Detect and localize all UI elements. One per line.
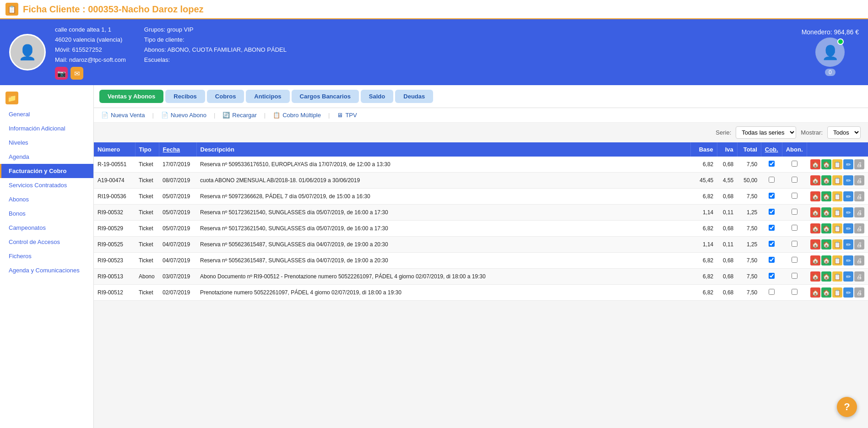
print-icon[interactable]: 🖨	[854, 255, 864, 265]
view-icon[interactable]: 🏠	[821, 271, 831, 282]
copy-icon[interactable]: 📋	[832, 239, 842, 249]
abon-checkbox[interactable]	[792, 177, 797, 183]
tab-deudas[interactable]: Deudas	[395, 90, 433, 103]
view-icon[interactable]: 🏠	[821, 287, 831, 298]
delete-icon[interactable]: 🏠	[810, 207, 820, 217]
col-header-fecha[interactable]: Fecha	[159, 142, 196, 157]
view-icon[interactable]: 🏠	[821, 207, 831, 217]
copy-icon[interactable]: 📋	[832, 271, 842, 282]
view-icon[interactable]: 🏠	[821, 159, 831, 169]
delete-icon[interactable]: 🏠	[810, 239, 820, 249]
print-icon[interactable]: 🖨	[854, 175, 864, 185]
cell-cob[interactable]	[761, 173, 782, 189]
cell-abon[interactable]	[782, 205, 807, 221]
print-icon[interactable]: 🖨	[854, 239, 864, 249]
cell-cob[interactable]	[761, 221, 782, 237]
tab-saldo[interactable]: Saldo	[361, 90, 393, 103]
abon-checkbox[interactable]	[792, 225, 797, 231]
cell-cob[interactable]	[761, 189, 782, 205]
cell-abon[interactable]	[782, 173, 807, 189]
delete-icon[interactable]: 🏠	[810, 191, 820, 201]
nueva-venta-button[interactable]: 📄 Nueva Venta	[101, 112, 145, 119]
mostrar-select[interactable]: Todos	[827, 126, 861, 139]
view-icon[interactable]: 🏠	[821, 239, 831, 249]
view-icon[interactable]: 🏠	[821, 223, 831, 233]
edit-icon[interactable]: ✏	[843, 255, 853, 265]
sidebar-item-campeonatos[interactable]: Campeonatos	[0, 221, 93, 235]
cell-cob[interactable]	[761, 285, 782, 301]
edit-icon[interactable]: ✏	[843, 223, 853, 233]
sidebar-item-control-accesos[interactable]: Control de Accesos	[0, 235, 93, 249]
sidebar-item-general[interactable]: General	[0, 107, 93, 121]
cob-checkbox[interactable]	[769, 289, 775, 295]
email-button[interactable]: ✉	[71, 67, 83, 80]
copy-icon[interactable]: 📋	[832, 159, 842, 169]
delete-icon[interactable]: 🏠	[810, 287, 820, 298]
copy-icon[interactable]: 📋	[832, 191, 842, 201]
sidebar-item-ficheros[interactable]: Ficheros	[0, 249, 93, 263]
cob-checkbox[interactable]	[769, 257, 775, 263]
print-icon[interactable]: 🖨	[854, 191, 864, 201]
delete-icon[interactable]: 🏠	[810, 255, 820, 265]
cobro-multiple-button[interactable]: 📋 Cobro Múltiple	[273, 112, 321, 119]
tab-ventas-abonos[interactable]: Ventas y Abonos	[99, 90, 163, 103]
copy-icon[interactable]: 📋	[832, 175, 842, 185]
help-button[interactable]: ?	[837, 397, 857, 417]
delete-icon[interactable]: 🏠	[810, 223, 820, 233]
tab-recibos[interactable]: Recibos	[165, 90, 205, 103]
sidebar-item-servicios-contratados[interactable]: Servicios Contratados	[0, 178, 93, 192]
abon-checkbox[interactable]	[792, 161, 797, 167]
abon-checkbox[interactable]	[792, 193, 797, 199]
edit-icon[interactable]: ✏	[843, 271, 853, 282]
cell-cob[interactable]	[761, 205, 782, 221]
copy-icon[interactable]: 📋	[832, 223, 842, 233]
copy-icon[interactable]: 📋	[832, 255, 842, 265]
recargar-button[interactable]: 🔄 Recargar	[222, 112, 256, 119]
print-icon[interactable]: 🖨	[854, 271, 864, 282]
view-icon[interactable]: 🏠	[821, 175, 831, 185]
cell-abon[interactable]	[782, 237, 807, 253]
sidebar-item-abonos[interactable]: Abonos	[0, 192, 93, 206]
view-icon[interactable]: 🏠	[821, 255, 831, 265]
sidebar-item-bonos[interactable]: Bonos	[0, 206, 93, 221]
nuevo-abono-button[interactable]: 📄 Nuevo Abono	[161, 112, 206, 119]
sidebar-item-agenda[interactable]: Agenda	[0, 150, 93, 164]
edit-icon[interactable]: ✏	[843, 175, 853, 185]
print-icon[interactable]: 🖨	[854, 287, 864, 298]
abon-checkbox[interactable]	[792, 257, 797, 263]
copy-icon[interactable]: 📋	[832, 287, 842, 298]
cob-checkbox[interactable]	[769, 161, 775, 167]
edit-icon[interactable]: ✏	[843, 191, 853, 201]
cob-checkbox[interactable]	[769, 209, 775, 215]
cell-abon[interactable]	[782, 253, 807, 269]
cob-checkbox[interactable]	[769, 177, 775, 183]
serie-select[interactable]: Todas las series	[736, 126, 796, 139]
edit-icon[interactable]: ✏	[843, 239, 853, 249]
print-icon[interactable]: 🖨	[854, 207, 864, 217]
sidebar-item-facturacion-cobro[interactable]: Facturación y Cobro	[0, 164, 93, 178]
cell-abon[interactable]	[782, 157, 807, 173]
cell-cob[interactable]	[761, 253, 782, 269]
abon-checkbox[interactable]	[792, 273, 797, 279]
edit-icon[interactable]: ✏	[843, 207, 853, 217]
copy-icon[interactable]: 📋	[832, 207, 842, 217]
print-icon[interactable]: 🖨	[854, 159, 864, 169]
edit-icon[interactable]: ✏	[843, 287, 853, 298]
tab-cobros[interactable]: Cobros	[207, 90, 244, 103]
sidebar-item-niveles[interactable]: Niveles	[0, 135, 93, 150]
cell-cob[interactable]	[761, 237, 782, 253]
abon-checkbox[interactable]	[792, 209, 797, 215]
delete-icon[interactable]: 🏠	[810, 159, 820, 169]
cell-abon[interactable]	[782, 221, 807, 237]
sidebar-item-agenda-comunicaciones[interactable]: Agenda y Comunicaciones	[0, 263, 93, 277]
cell-cob[interactable]	[761, 157, 782, 173]
cob-checkbox[interactable]	[769, 273, 775, 279]
cell-abon[interactable]	[782, 285, 807, 301]
cob-checkbox[interactable]	[769, 225, 775, 231]
sidebar-item-info-adicional[interactable]: Información Adicional	[0, 121, 93, 135]
cell-abon[interactable]	[782, 269, 807, 285]
abon-checkbox[interactable]	[792, 289, 797, 295]
view-icon[interactable]: 🏠	[821, 191, 831, 201]
print-icon[interactable]: 🖨	[854, 223, 864, 233]
tab-anticipos[interactable]: Anticipos	[246, 90, 289, 103]
